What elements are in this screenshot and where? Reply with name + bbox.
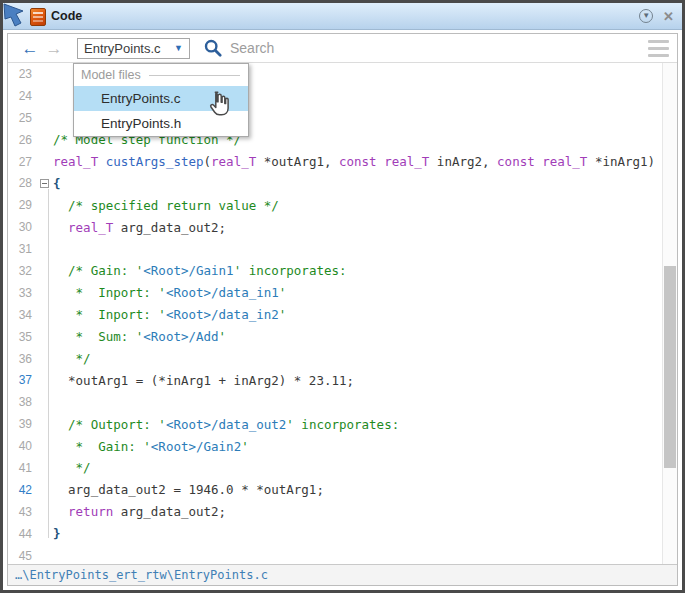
code-token: * Inport: ': [53, 307, 166, 322]
code-token: ': [241, 439, 249, 454]
code-line: 28{: [8, 172, 662, 194]
window-title: Code: [51, 9, 82, 23]
code-token: *outArg1 = (*inArg1 + inArg2) * 23.11;: [53, 373, 354, 388]
status-bar: …\EntryPoints_ert_rtw\EntryPoints.c: [8, 564, 677, 585]
code-editor: 23242526/* Model step function */27real_…: [8, 63, 677, 564]
fold-collapse-icon[interactable]: [40, 179, 49, 188]
line-number: 44: [8, 527, 36, 541]
code-token: ' incorporates:: [286, 417, 399, 432]
code-line: 42 arg_data_out2 = 1946.0 * *outArg1;: [8, 479, 662, 501]
code-token: arg_data_out2;: [121, 504, 226, 519]
dropdown-group-label: Model files: [81, 68, 141, 82]
code-token: }: [53, 526, 61, 541]
code-trace-link[interactable]: <Root>/data_in2: [166, 307, 279, 322]
code-line: 27real_T custArgs_step(real_T *outArg1, …: [8, 151, 662, 173]
code-token: */: [53, 351, 91, 366]
code-token: ' incorporates:: [234, 263, 347, 278]
search-input[interactable]: [228, 39, 642, 57]
code-line: 43 return arg_data_out2;: [8, 501, 662, 523]
code-token: ': [279, 307, 287, 322]
back-button[interactable]: ←: [18, 40, 42, 57]
fold-scope-line: [48, 189, 49, 538]
dock-menu-icon[interactable]: ▼: [639, 9, 653, 23]
code-token: inArg2,: [437, 154, 497, 169]
line-number: 33: [8, 286, 36, 300]
code-line: 35 * Sum: '<Root>/Add': [8, 326, 662, 348]
line-number: 38: [8, 395, 36, 409]
scrollbar-thumb[interactable]: [664, 266, 676, 468]
code-token: [53, 504, 68, 519]
code-line: 33 * Inport: '<Root>/data_in1': [8, 282, 662, 304]
code-text: * Inport: '<Root>/data_in1': [53, 285, 286, 300]
code-text: /* specified return value */: [53, 198, 279, 213]
forward-button: →: [42, 40, 66, 57]
group-header-rule: [149, 75, 240, 76]
line-number: 34: [8, 308, 36, 322]
code-panel: ← → EntryPoints.c ▼ 23242526/* Model ste…: [7, 33, 678, 586]
line-number: 25: [8, 111, 36, 125]
line-number: 23: [8, 67, 36, 81]
code-trace-link[interactable]: <Root>/data_in1: [166, 285, 279, 300]
code-line: 37 *outArg1 = (*inArg1 + inArg2) * 23.11…: [8, 369, 662, 391]
hamburger-menu-icon[interactable]: [648, 40, 669, 57]
code-token: * Inport: ': [53, 285, 166, 300]
code-token: custArgs_step: [106, 154, 204, 169]
code-line: 44}: [8, 523, 662, 545]
code-line: 36 */: [8, 348, 662, 370]
code-token: return: [68, 504, 121, 519]
code-line: 41 */: [8, 457, 662, 479]
chevron-down-icon: ▼: [174, 43, 183, 53]
line-number: 26: [8, 133, 36, 147]
code-text: real_T custArgs_step(real_T *outArg1, co…: [53, 154, 655, 169]
code-token: ': [219, 329, 227, 344]
code-line: 34 * Inport: '<Root>/data_in2': [8, 304, 662, 326]
line-number: 29: [8, 198, 36, 212]
code-trace-link[interactable]: <Root>/Gain1: [143, 263, 233, 278]
code-token: real_T: [53, 154, 106, 169]
code-text: real_T arg_data_out2;: [53, 220, 226, 235]
line-number: 37: [8, 373, 36, 387]
search-box: [203, 38, 642, 58]
code-text: */: [53, 460, 91, 475]
file-selector-dropdown[interactable]: EntryPoints.c ▼: [77, 38, 190, 59]
code-token: const: [497, 154, 542, 169]
code-text: return arg_data_out2;: [53, 504, 226, 519]
line-number: 40: [8, 439, 36, 453]
code-window: Code ▼ ✕ ← → EntryPoints.c ▼: [0, 0, 685, 593]
code-token: /* specified return value */: [53, 198, 279, 213]
code-token: ': [279, 285, 287, 300]
toolbar: ← → EntryPoints.c ▼: [8, 34, 677, 63]
title-bar: Code ▼ ✕: [3, 3, 682, 30]
line-number: 39: [8, 417, 36, 431]
code-text: * Gain: '<Root>/Gain2': [53, 439, 249, 454]
code-line: 31: [8, 238, 662, 260]
code-line: 39 /* Outport: '<Root>/data_out2' incorp…: [8, 413, 662, 435]
code-text: *outArg1 = (*inArg1 + inArg2) * 23.11;: [53, 373, 354, 388]
code-token: real_T: [542, 154, 595, 169]
close-icon[interactable]: ✕: [663, 10, 674, 23]
line-number: 35: [8, 330, 36, 344]
code-token: /* Outport: ': [53, 417, 166, 432]
code-trace-link[interactable]: <Root>/Add: [143, 329, 218, 344]
code-line: 38: [8, 391, 662, 413]
search-icon: [203, 38, 223, 58]
line-number: 42: [8, 483, 36, 497]
code-text: /* Outport: '<Root>/data_out2' incorpora…: [53, 417, 399, 432]
code-token: arg_data_out2 = 1946.0 * *outArg1;: [53, 482, 324, 497]
code-text: }: [53, 526, 61, 541]
code-trace-link[interactable]: <Root>/data_out2: [166, 417, 286, 432]
code-text: {: [53, 176, 61, 191]
vertical-scrollbar[interactable]: [662, 63, 677, 564]
hand-cursor-icon: [204, 89, 234, 121]
code-text: /* Gain: '<Root>/Gain1' incorporates:: [53, 263, 347, 278]
line-number: 28: [8, 176, 36, 190]
code-lines: 23242526/* Model step function */27real_…: [8, 63, 662, 564]
code-token: arg_data_out2;: [121, 220, 226, 235]
code-token: */: [53, 460, 91, 475]
line-number: 30: [8, 220, 36, 234]
code-token: *outArg1,: [264, 154, 339, 169]
code-text: * Sum: '<Root>/Add': [53, 329, 226, 344]
line-number: 31: [8, 242, 36, 256]
code-token: *inArg1): [595, 154, 655, 169]
code-trace-link[interactable]: <Root>/Gain2: [151, 439, 241, 454]
